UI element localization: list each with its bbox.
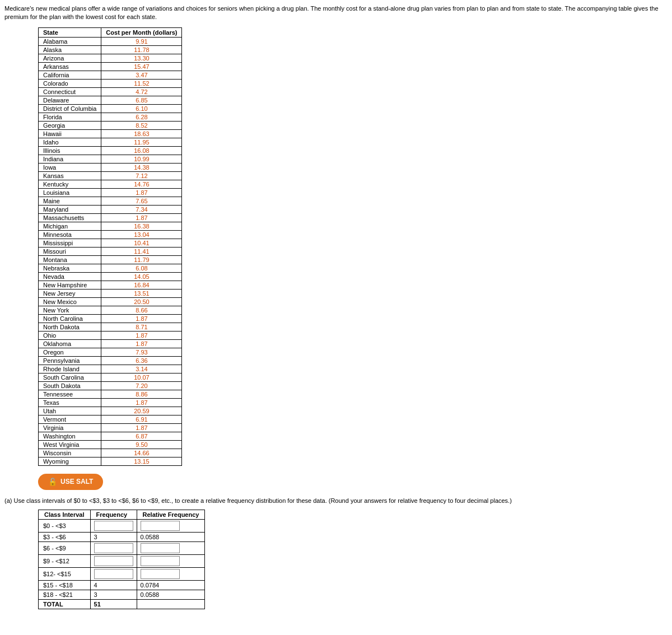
rel-frequency-cell: 0.0588 — [137, 533, 205, 542]
state-cost: 16.38 — [101, 222, 182, 230]
table-row: Virginia1.87 — [39, 423, 182, 432]
table-row: North Carolina1.87 — [39, 314, 182, 323]
table-row: Arkansas15.47 — [39, 62, 182, 71]
use-salt-button[interactable]: 🔓 USE SALT — [38, 474, 103, 490]
state-cost: 14.05 — [101, 272, 182, 281]
total-rel-frequency — [137, 600, 205, 609]
freq-table-row: $18 - <$2130.0588 — [39, 590, 205, 600]
table-row: Oklahoma1.87 — [39, 339, 182, 348]
table-row: Nebraska6.08 — [39, 264, 182, 272]
state-name: Hawaii — [39, 129, 101, 138]
state-name: Massachusetts — [39, 213, 101, 222]
freq-table-row: $15 - <$1840.0784 — [39, 581, 205, 590]
class-interval: $12- <$15 — [39, 568, 91, 581]
state-cost: 11.41 — [101, 247, 182, 255]
table-row: New Jersey13.51 — [39, 289, 182, 297]
table-row: California3.47 — [39, 71, 182, 79]
state-name: Missouri — [39, 247, 101, 255]
state-cost: 13.04 — [101, 230, 182, 239]
rel-frequency-input[interactable] — [141, 556, 180, 566]
rel-frequency-input[interactable] — [141, 543, 180, 553]
state-name: Arizona — [39, 54, 101, 62]
state-cost: 7.93 — [101, 348, 182, 356]
class-interval: $6 - <$9 — [39, 542, 91, 555]
frequency-cell — [90, 568, 137, 581]
table-row: Delaware6.85 — [39, 96, 182, 104]
state-cost: 10.07 — [101, 373, 182, 381]
table-row: Georgia8.52 — [39, 121, 182, 129]
state-cost: 14.66 — [101, 449, 182, 457]
state-cost: 3.47 — [101, 71, 182, 79]
state-cost: 1.87 — [101, 398, 182, 407]
state-name: Nebraska — [39, 264, 101, 272]
state-cost: 1.87 — [101, 423, 182, 432]
col-header-state: State — [39, 27, 101, 37]
rel-frequency-value: 0.0588 — [141, 534, 160, 540]
state-cost: 11.52 — [101, 79, 182, 87]
rel-frequency-value: 0.0588 — [141, 591, 160, 598]
table-row: Alabama9.91 — [39, 37, 182, 45]
table-row: Kansas7.12 — [39, 171, 182, 180]
table-row: Tennessee8.86 — [39, 390, 182, 398]
table-row: Maine7.65 — [39, 197, 182, 205]
state-name: Wyoming — [39, 457, 101, 465]
rel-frequency-cell: 0.0588 — [137, 590, 205, 600]
state-cost: 6.91 — [101, 415, 182, 423]
state-name: California — [39, 71, 101, 79]
rel-frequency-input[interactable] — [141, 521, 180, 531]
rel-frequency-input[interactable] — [141, 569, 180, 579]
state-name: South Dakota — [39, 381, 101, 390]
state-cost: 6.87 — [101, 432, 182, 440]
state-name: Washington — [39, 432, 101, 440]
state-cost: 14.76 — [101, 180, 182, 188]
state-cost: 6.28 — [101, 113, 182, 121]
state-cost: 14.38 — [101, 163, 182, 171]
state-cost: 20.50 — [101, 297, 182, 306]
state-cost: 1.87 — [101, 188, 182, 197]
state-cost-table: State Cost per Month (dollars) Alabama9.… — [38, 27, 182, 466]
table-row: Oregon7.93 — [39, 348, 182, 356]
table-row: Louisiana1.87 — [39, 188, 182, 197]
total-frequency: 51 — [90, 600, 137, 609]
state-cost: 6.08 — [101, 264, 182, 272]
table-row: Ohio1.87 — [39, 331, 182, 339]
state-cost: 6.85 — [101, 96, 182, 104]
state-name: Tennessee — [39, 390, 101, 398]
frequency-input[interactable] — [94, 569, 133, 579]
state-cost: 20.59 — [101, 407, 182, 415]
table-row: Colorado11.52 — [39, 79, 182, 87]
rel-frequency-value: 0.0784 — [141, 582, 160, 589]
table-row: Nevada14.05 — [39, 272, 182, 281]
class-interval: $15 - <$18 — [39, 581, 91, 590]
state-name: Delaware — [39, 96, 101, 104]
frequency-input[interactable] — [94, 556, 133, 566]
total-row: TOTAL51 — [39, 600, 205, 609]
freq-table-row: $3 - <$630.0588 — [39, 533, 205, 542]
state-name: Rhode Island — [39, 365, 101, 373]
table-row: Pennsylvania6.36 — [39, 356, 182, 365]
intro-paragraph: Medicare's new medical plans offer a wid… — [4, 4, 668, 22]
frequency-input[interactable] — [94, 543, 133, 553]
state-name: Ohio — [39, 331, 101, 339]
state-cost: 7.20 — [101, 381, 182, 390]
state-cost: 7.34 — [101, 205, 182, 213]
rel-frequency-cell — [137, 520, 205, 533]
table-row: West Virginia9.50 — [39, 440, 182, 449]
freq-col-interval: Class Interval — [39, 510, 91, 520]
rel-frequency-cell — [137, 555, 205, 568]
table-row: Michigan16.38 — [39, 222, 182, 230]
state-name: District of Columbia — [39, 104, 101, 113]
table-row: Texas1.87 — [39, 398, 182, 407]
state-cost: 3.14 — [101, 365, 182, 373]
table-row: Massachusetts1.87 — [39, 213, 182, 222]
state-cost: 8.66 — [101, 306, 182, 314]
frequency-input[interactable] — [94, 521, 133, 531]
salt-icon: 🔓 — [48, 478, 57, 486]
state-cost: 8.86 — [101, 390, 182, 398]
table-row: Idaho11.95 — [39, 138, 182, 146]
state-cost: 7.65 — [101, 197, 182, 205]
state-cost: 6.10 — [101, 104, 182, 113]
table-row: North Dakota8.71 — [39, 323, 182, 331]
state-name: Kansas — [39, 171, 101, 180]
class-interval: $0 - <$3 — [39, 520, 91, 533]
